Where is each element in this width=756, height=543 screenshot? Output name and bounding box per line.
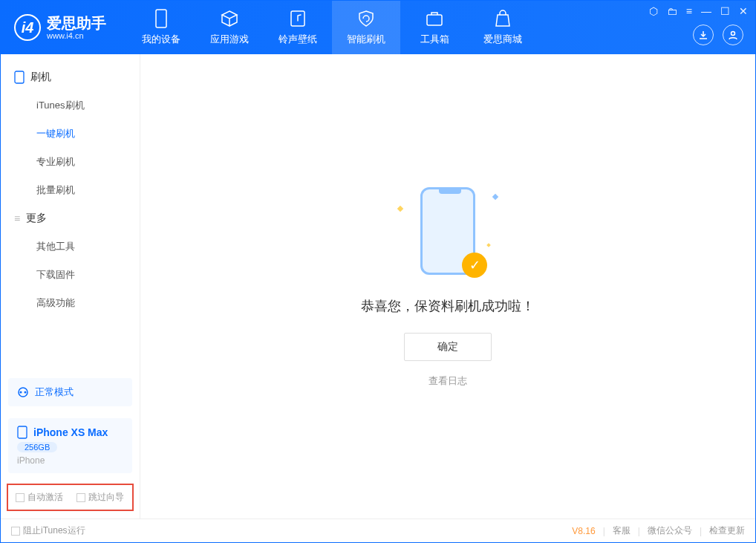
nav-label: 工具箱 [420,33,449,46]
view-log-link[interactable]: 查看日志 [428,374,467,388]
sidebar-scroll: 刷机 iTunes刷机 一键刷机 专业刷机 批量刷机 ≡ 更多 其他工具 下载固… [1,54,140,372]
nav-label: 铃声壁纸 [278,33,317,46]
sidebar-group-flash: 刷机 [1,63,140,91]
checkbox-icon [76,493,85,502]
sidebar-item-other-tools[interactable]: 其他工具 [1,233,140,261]
mode-card[interactable]: 正常模式 [8,378,132,406]
sparkle-icon [397,205,403,211]
music-file-icon [288,9,307,28]
footer-left: 阻止iTunes运行 [11,524,85,537]
app-url: www.i4.cn [47,31,106,40]
sidebar-item-oneclick-flash[interactable]: 一键刷机 [1,120,140,148]
lock-icon[interactable]: 🗀 [667,5,677,17]
sidebar-item-advanced[interactable]: 高级功能 [1,289,140,317]
minimize-button[interactable]: — [701,5,711,17]
briefcase-icon [425,9,444,28]
sidebar-item-download-firmware[interactable]: 下载固件 [1,261,140,289]
device-capacity: 256GB [17,442,57,452]
device-card[interactable]: iPhone XS Max 256GB iPhone [8,418,132,473]
list-icon: ≡ [14,212,20,224]
logo: i4 爱思助手 www.i4.cn [1,14,120,41]
app-window: i4 爱思助手 www.i4.cn 我的设备 应用游戏 铃声壁纸 智能刷机 [0,0,756,543]
footer-link-update[interactable]: 检查更新 [709,524,745,537]
main-nav: 我的设备 应用游戏 铃声壁纸 智能刷机 工具箱 爱思商城 [127,1,537,54]
main-content: ✓ 恭喜您，保资料刷机成功啦！ 确定 查看日志 [140,54,755,518]
device-type: iPhone [17,455,123,466]
nav-ringtones[interactable]: 铃声壁纸 [264,1,332,54]
sidebar-item-pro-flash[interactable]: 专业刷机 [1,148,140,176]
auto-activate-checkbox[interactable]: 自动激活 [16,491,63,504]
maximize-button[interactable]: ☐ [720,5,730,17]
ok-button[interactable]: 确定 [404,333,492,361]
window-controls: ⬡ 🗀 ≡ — ☐ ✕ [649,5,748,17]
device-icon [17,426,27,439]
footer-link-wechat[interactable]: 微信公众号 [648,524,692,537]
body: 刷机 iTunes刷机 一键刷机 专业刷机 批量刷机 ≡ 更多 其他工具 下载固… [1,54,755,518]
bag-icon [493,9,512,28]
svg-rect-2 [427,15,442,25]
svg-rect-8 [18,426,27,438]
separator: | [700,526,702,536]
svg-point-7 [25,391,27,394]
shield-refresh-icon [356,9,376,28]
svg-rect-0 [156,10,166,27]
skip-guide-checkbox[interactable]: 跳过向导 [76,491,124,504]
nav-my-device[interactable]: 我的设备 [127,1,195,54]
close-button[interactable]: ✕ [739,5,748,17]
phone-icon [14,71,25,84]
download-button[interactable] [693,25,714,45]
logo-icon: i4 [14,14,41,41]
header-actions [693,25,743,45]
options-highlight: 自动激活 跳过向导 [7,484,134,511]
device-name: iPhone XS Max [33,426,108,438]
mode-label: 正常模式 [35,386,74,399]
nav-store[interactable]: 爱思商城 [469,1,537,54]
shirt-icon[interactable]: ⬡ [649,5,658,17]
svg-point-6 [20,391,22,394]
nav-label: 爱思商城 [483,33,522,46]
user-button[interactable] [723,25,743,45]
nav-flash[interactable]: 智能刷机 [332,1,400,54]
footer-right: V8.16 | 客服 | 微信公众号 | 检查更新 [572,524,745,537]
sidebar-item-itunes-flash[interactable]: iTunes刷机 [1,91,140,120]
titlebar: i4 爱思助手 www.i4.cn 我的设备 应用游戏 铃声壁纸 智能刷机 [1,1,755,54]
cube-icon [220,9,239,28]
sidebar-group-label: 刷机 [30,71,51,84]
nav-label: 应用游戏 [210,33,249,46]
block-itunes-checkbox[interactable]: 阻止iTunes运行 [11,524,85,537]
menu-icon[interactable]: ≡ [686,5,692,17]
nav-label: 我的设备 [142,33,180,46]
mode-icon [17,386,29,398]
checkbox-label: 跳过向导 [88,491,124,504]
app-name: 爱思助手 [47,15,106,31]
sidebar-item-batch-flash[interactable]: 批量刷机 [1,176,140,204]
device-icon [151,9,171,28]
svg-rect-4 [15,71,24,83]
sidebar: 刷机 iTunes刷机 一键刷机 专业刷机 批量刷机 ≡ 更多 其他工具 下载固… [1,54,140,518]
separator: | [603,526,605,536]
checkbox-label: 阻止iTunes运行 [23,524,85,537]
svg-point-3 [731,32,735,36]
checkbox-label: 自动激活 [27,491,63,504]
sidebar-group-more: ≡ 更多 [1,204,140,233]
nav-label: 智能刷机 [347,33,385,46]
footer: 阻止iTunes运行 V8.16 | 客服 | 微信公众号 | 检查更新 [1,518,755,542]
nav-apps-games[interactable]: 应用游戏 [195,1,264,54]
checkbox-icon [16,493,25,502]
sidebar-group-label: 更多 [26,212,47,225]
success-message: 恭喜您，保资料刷机成功啦！ [361,297,535,315]
sparkle-icon [486,243,491,247]
footer-link-support[interactable]: 客服 [613,524,630,537]
success-illustration: ✓ [385,186,511,282]
separator: | [638,526,640,536]
nav-toolbox[interactable]: 工具箱 [400,1,469,54]
check-badge-icon: ✓ [462,253,487,278]
sparkle-icon [492,193,498,199]
checkbox-icon [11,527,20,536]
version-label: V8.16 [572,526,595,536]
